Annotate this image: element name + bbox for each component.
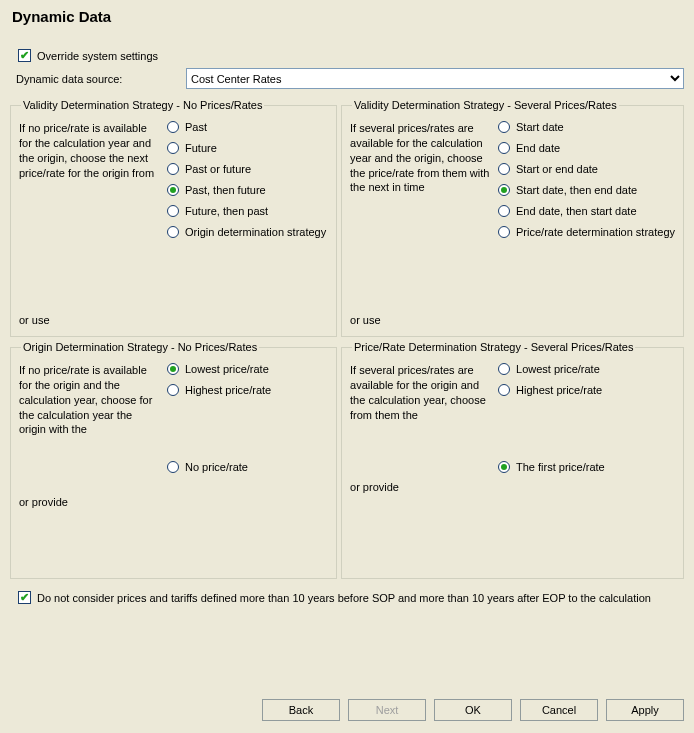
- radio-icon[interactable]: [498, 142, 510, 154]
- vds-no-option[interactable]: Future: [167, 142, 328, 154]
- ods-no-option-label: Lowest price/rate: [185, 363, 269, 375]
- back-button[interactable]: Back: [262, 699, 340, 721]
- radio-icon[interactable]: [498, 121, 510, 133]
- vds-no-option-label: Future: [185, 142, 217, 154]
- vds-no-option[interactable]: Past or future: [167, 163, 328, 175]
- group-vds-no-legend: Validity Determination Strategy - No Pri…: [21, 99, 264, 111]
- vds-sev-option-label: Price/rate determination strategy: [516, 226, 675, 238]
- radio-icon[interactable]: [167, 163, 179, 175]
- radio-icon[interactable]: [167, 384, 179, 396]
- vds-no-option-label: Origin determination strategy: [185, 226, 326, 238]
- group-ods-no-legend: Origin Determination Strategy - No Price…: [21, 341, 259, 353]
- check-icon: ✔: [20, 592, 29, 603]
- group-vds-no: Validity Determination Strategy - No Pri…: [10, 99, 337, 337]
- vds-sev-option[interactable]: Start or end date: [498, 163, 675, 175]
- ods-no-option[interactable]: Lowest price/rate: [167, 363, 328, 375]
- vds-no-option-label: Past: [185, 121, 207, 133]
- group-ods-no: Origin Determination Strategy - No Price…: [10, 341, 337, 579]
- cancel-button[interactable]: Cancel: [520, 699, 598, 721]
- footnote-label: Do not consider prices and tariffs defin…: [37, 592, 651, 604]
- vds-no-option[interactable]: Past, then future: [167, 184, 328, 196]
- ods-no-option[interactable]: Highest price/rate: [167, 384, 328, 396]
- radio-icon[interactable]: [167, 205, 179, 217]
- vds-sev-option[interactable]: End date, then start date: [498, 205, 675, 217]
- vds-sev-option-label: Start or end date: [516, 163, 598, 175]
- vds-sev-option-label: Start date, then end date: [516, 184, 637, 196]
- radio-icon[interactable]: [498, 226, 510, 238]
- radio-icon[interactable]: [498, 163, 510, 175]
- check-icon: ✔: [20, 50, 29, 61]
- vds-sev-option[interactable]: End date: [498, 142, 675, 154]
- footnote-checkbox[interactable]: ✔: [18, 591, 31, 604]
- source-select[interactable]: Cost Center Rates: [186, 68, 684, 89]
- ods-no-option-label: No price/rate: [185, 461, 248, 473]
- radio-icon[interactable]: [498, 205, 510, 217]
- group-ods-no-or: or provide: [19, 437, 161, 510]
- override-checkbox[interactable]: ✔: [18, 49, 31, 62]
- radio-icon[interactable]: [167, 226, 179, 238]
- radio-icon[interactable]: [498, 363, 510, 375]
- prds-sev-option-label: Highest price/rate: [516, 384, 602, 396]
- vds-no-option-label: Past, then future: [185, 184, 266, 196]
- vds-no-option[interactable]: Past: [167, 121, 328, 133]
- prds-sev-option-label: The first price/rate: [516, 461, 605, 473]
- prds-sev-option-label: Lowest price/rate: [516, 363, 600, 375]
- ods-no-option-label: Highest price/rate: [185, 384, 271, 396]
- group-prds-sev: Price/Rate Determination Strategy - Seve…: [341, 341, 684, 579]
- vds-no-option[interactable]: Future, then past: [167, 205, 328, 217]
- radio-icon[interactable]: [167, 184, 179, 196]
- radio-icon[interactable]: [498, 184, 510, 196]
- vds-sev-option[interactable]: Start date: [498, 121, 675, 133]
- override-label: Override system settings: [37, 50, 158, 62]
- group-ods-no-desc: If no price/rate is available for the or…: [19, 363, 161, 437]
- vds-sev-option[interactable]: Price/rate determination strategy: [498, 226, 675, 238]
- radio-icon[interactable]: [167, 142, 179, 154]
- next-button: Next: [348, 699, 426, 721]
- vds-sev-option[interactable]: Start date, then end date: [498, 184, 675, 196]
- group-vds-sev-desc: If several prices/rates are available fo…: [350, 121, 492, 195]
- vds-no-option[interactable]: Origin determination strategy: [167, 226, 328, 238]
- vds-sev-option-label: Start date: [516, 121, 564, 133]
- source-label: Dynamic data source:: [10, 73, 186, 85]
- group-vds-sev-or: or use: [350, 313, 492, 328]
- group-vds-no-desc: If no price/rate is available for the ca…: [19, 121, 161, 180]
- page-title: Dynamic Data: [12, 8, 684, 25]
- prds-sev-option[interactable]: Lowest price/rate: [498, 363, 675, 375]
- radio-icon[interactable]: [498, 461, 510, 473]
- apply-button[interactable]: Apply: [606, 699, 684, 721]
- group-prds-sev-desc: If several prices/rates are available fo…: [350, 363, 492, 422]
- group-prds-sev-legend: Price/Rate Determination Strategy - Seve…: [352, 341, 635, 353]
- vds-sev-option-label: End date, then start date: [516, 205, 636, 217]
- group-vds-sev: Validity Determination Strategy - Severa…: [341, 99, 684, 337]
- vds-no-option-label: Future, then past: [185, 205, 268, 217]
- prds-sev-option[interactable]: The first price/rate: [498, 461, 675, 473]
- radio-icon[interactable]: [498, 384, 510, 396]
- radio-icon[interactable]: [167, 121, 179, 133]
- vds-sev-option-label: End date: [516, 142, 560, 154]
- group-vds-sev-legend: Validity Determination Strategy - Severa…: [352, 99, 619, 111]
- ok-button[interactable]: OK: [434, 699, 512, 721]
- prds-sev-option[interactable]: Highest price/rate: [498, 384, 675, 396]
- radio-icon[interactable]: [167, 363, 179, 375]
- radio-icon[interactable]: [167, 461, 179, 473]
- vds-no-option-label: Past or future: [185, 163, 251, 175]
- group-vds-no-or: or use: [19, 313, 161, 328]
- group-prds-sev-or: or provide: [350, 422, 492, 495]
- ods-no-option[interactable]: No price/rate: [167, 461, 328, 473]
